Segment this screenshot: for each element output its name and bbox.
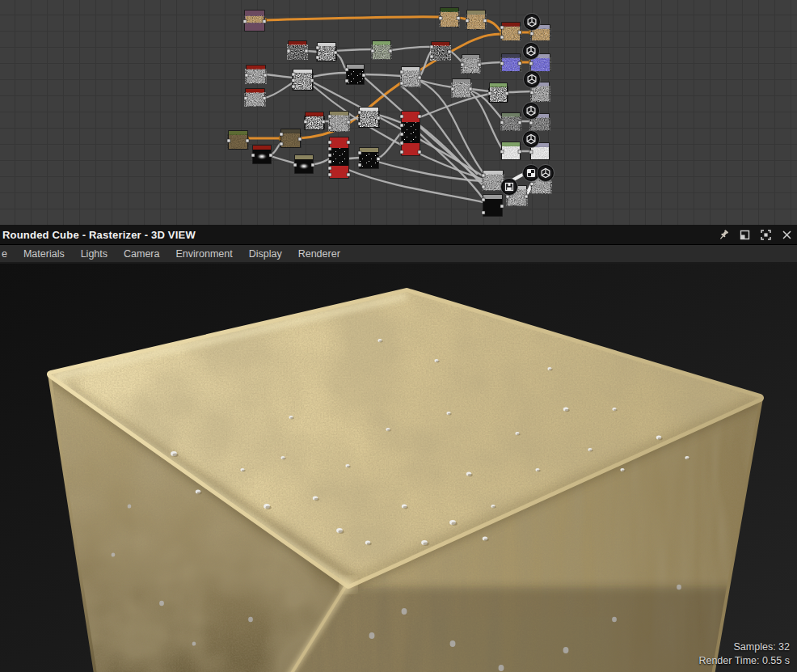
menu-item-environment[interactable]: Environment — [176, 248, 233, 260]
node-pin[interactable] — [461, 63, 464, 66]
node-pin[interactable] — [518, 31, 521, 34]
node-pin[interactable] — [305, 49, 308, 53]
graph-node[interactable] — [500, 142, 521, 160]
graph-node[interactable] — [371, 40, 392, 60]
node-pin[interactable] — [478, 63, 481, 66]
graph-node[interactable] — [227, 130, 249, 150]
node-pin[interactable] — [482, 211, 485, 214]
node-pin[interactable] — [500, 26, 504, 29]
node-3d-view-badge[interactable] — [538, 165, 555, 182]
node-pin[interactable] — [400, 124, 403, 127]
graph-node[interactable] — [500, 53, 521, 72]
graph-node[interactable] — [245, 65, 267, 84]
node-pin[interactable] — [358, 122, 361, 125]
node-graph-panel[interactable] — [0, 0, 797, 225]
node-pin[interactable] — [246, 139, 249, 142]
node-pin[interactable] — [328, 173, 331, 176]
graph-node[interactable] — [304, 112, 325, 130]
node-pin[interactable] — [227, 139, 230, 142]
node-pin[interactable] — [328, 141, 331, 144]
graph-node[interactable] — [500, 22, 521, 41]
graph-node[interactable] — [316, 42, 337, 61]
node-pin[interactable] — [448, 50, 451, 53]
node-pin[interactable] — [430, 45, 433, 49]
graph-node[interactable] — [358, 107, 380, 128]
menu-item-camera[interactable]: Camera — [124, 248, 159, 260]
node-pin[interactable] — [245, 74, 248, 77]
node-pin[interactable] — [292, 73, 295, 76]
graph-node[interactable] — [488, 82, 508, 103]
node-pin[interactable] — [347, 173, 350, 176]
node-pin[interactable] — [264, 74, 267, 77]
node-pin[interactable] — [310, 79, 314, 82]
node-pin[interactable] — [418, 150, 421, 154]
node-pin[interactable] — [500, 62, 504, 66]
node-3d-view-badge[interactable] — [523, 131, 540, 148]
menu-item-scene[interactable]: e — [2, 248, 7, 260]
float-window-button[interactable] — [734, 226, 755, 243]
node-pin[interactable] — [418, 115, 421, 118]
node-floppy-badge[interactable] — [501, 179, 518, 196]
menu-item-materials[interactable]: Materials — [23, 248, 65, 260]
node-pin[interactable] — [280, 142, 283, 146]
graph-node[interactable] — [345, 64, 365, 85]
graph-node[interactable] — [439, 7, 460, 27]
node-pin[interactable] — [500, 121, 504, 125]
graph-node[interactable] — [243, 10, 266, 32]
graph-node[interactable] — [400, 111, 421, 156]
node-pin[interactable] — [263, 97, 266, 100]
node-pin[interactable] — [451, 87, 454, 91]
node-pin[interactable] — [304, 120, 307, 124]
node-pin[interactable] — [505, 92, 508, 95]
node-pin[interactable] — [345, 68, 348, 71]
node-pin[interactable] — [400, 150, 403, 154]
node-pin[interactable] — [418, 76, 421, 79]
node-graph-canvas[interactable] — [0, 0, 797, 225]
node-pin[interactable] — [400, 133, 403, 136]
node-pin[interactable] — [500, 150, 504, 154]
node-pin[interactable] — [430, 55, 433, 58]
node-pin[interactable] — [328, 147, 331, 150]
node-pin[interactable] — [280, 133, 283, 136]
node-pin[interactable] — [328, 126, 331, 129]
node-pin[interactable] — [469, 87, 472, 91]
viewport-3d[interactable]: Samples: 32 Render Time: 0.55 s — [0, 264, 797, 672]
menu-item-renderer[interactable]: Renderer — [298, 248, 340, 260]
node-pin[interactable] — [322, 120, 325, 124]
node-pin[interactable] — [347, 120, 350, 124]
graph-node[interactable] — [451, 78, 472, 98]
node-3d-view-badge[interactable] — [523, 43, 540, 60]
graph-node[interactable] — [244, 88, 266, 107]
node-pin[interactable] — [292, 79, 295, 82]
node-pin[interactable] — [251, 154, 255, 157]
graph-node[interactable] — [482, 194, 504, 217]
node-pin[interactable] — [358, 151, 361, 154]
node-pin[interactable] — [377, 116, 380, 120]
node-pin[interactable] — [500, 36, 504, 39]
graph-node[interactable] — [466, 10, 487, 30]
node-pin[interactable] — [328, 115, 331, 118]
node-3d-view-badge[interactable] — [524, 71, 541, 88]
node-pin[interactable] — [358, 111, 361, 114]
node-pin[interactable] — [530, 183, 533, 186]
node-pin[interactable] — [371, 49, 374, 53]
node-pin[interactable] — [483, 19, 487, 23]
graph-node[interactable] — [328, 137, 350, 179]
node-pin[interactable] — [311, 163, 314, 167]
node-pin[interactable] — [400, 115, 403, 118]
node-pin[interactable] — [518, 62, 521, 66]
node-pin[interactable] — [263, 20, 266, 23]
node-pin[interactable] — [328, 167, 331, 170]
node-pin[interactable] — [328, 160, 331, 163]
node-pin[interactable] — [358, 163, 361, 167]
menu-item-lights[interactable]: Lights — [81, 248, 108, 260]
node-pin[interactable] — [377, 158, 380, 161]
node-pin[interactable] — [488, 92, 491, 95]
maximize-view-button[interactable] — [755, 226, 776, 243]
node-pin[interactable] — [439, 17, 442, 20]
graph-node[interactable] — [287, 40, 308, 60]
node-pin[interactable] — [400, 142, 403, 145]
graph-node[interactable] — [251, 145, 272, 164]
render-canvas[interactable] — [0, 264, 797, 672]
node-pin[interactable] — [287, 49, 290, 53]
